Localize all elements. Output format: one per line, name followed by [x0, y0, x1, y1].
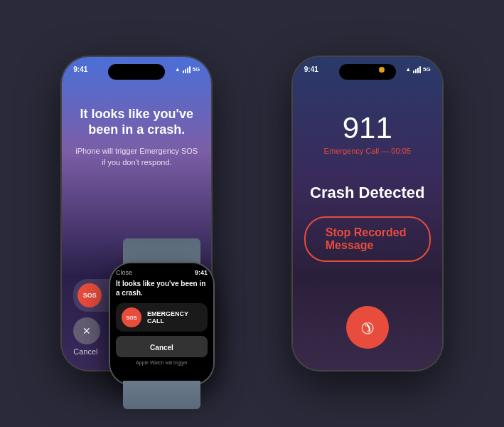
network-1: 5G [193, 66, 200, 73]
time-2: 9:41 [304, 65, 318, 73]
watch-container: Close 9:41 It looks like you've been in … [110, 263, 213, 384]
watch-message: It looks like you've been in a crash. [116, 279, 208, 297]
crash-title: It looks like you've been in a crash. [73, 107, 200, 137]
watch-footer: Apple Watch will trigger [116, 360, 208, 365]
signals-2: ▲ 5G [405, 66, 431, 73]
watch-screen: Close 9:41 It looks like you've been in … [110, 263, 213, 384]
watch-band-bottom [123, 381, 200, 409]
watch-sos-badge: SOS [122, 307, 141, 327]
phone-2: 9:41 ▲ 5G 911 Emergency Call — 00:05 Cra… [293, 57, 442, 370]
watch-cancel-btn[interactable]: Cancel [116, 336, 208, 357]
call-number: 911 [343, 111, 392, 145]
location-icon-1: ▲ [175, 66, 181, 73]
call-status: Emergency Call — 00:05 [324, 147, 411, 155]
watch-sos-line2: CALL [147, 317, 188, 325]
cancel-circle[interactable]: ✕ [73, 317, 100, 344]
signals-1: ▲ 5G [175, 66, 200, 73]
sos-badge-1: SOS [77, 283, 102, 307]
stop-message-button[interactable]: Stop Recorded Message [304, 216, 431, 262]
signal-bars-1 [183, 66, 191, 73]
watch-sos-row[interactable]: SOS EMERGENCY CALL [116, 303, 208, 332]
watch-sos-line1: EMERGENCY [147, 310, 188, 317]
watch-band-top [123, 238, 200, 267]
watch-cancel-text: Cancel [150, 344, 173, 352]
end-call-button[interactable]: ✆ [346, 306, 389, 349]
network-2: 5G [423, 66, 431, 73]
watch-close-label[interactable]: Close [116, 269, 132, 276]
scene: 9:41 ▲ 5G It looks like you've been in a… [0, 0, 504, 427]
phone-2-content: 911 Emergency Call — 00:05 Crash Detecte… [293, 93, 442, 370]
stop-message-text: Stop Recorded Message [326, 226, 407, 251]
crash-subtitle: iPhone will trigger Emergency SOS if you… [73, 146, 200, 168]
location-icon-2: ▲ [405, 66, 411, 73]
dynamic-island-2 [339, 64, 396, 80]
end-call-icon: ✆ [356, 316, 378, 338]
crash-detected-label: Crash Detected [310, 184, 424, 202]
watch-header: Close 9:41 [116, 269, 208, 276]
signal-bars-2 [413, 66, 421, 73]
dynamic-island-1 [108, 64, 165, 80]
cancel-text: Cancel [73, 347, 97, 356]
watch-time: 9:41 [195, 269, 208, 276]
apple-watch: Close 9:41 It looks like you've been in … [110, 263, 213, 384]
time-1: 9:41 [73, 65, 87, 73]
watch-sos-label: EMERGENCY CALL [147, 310, 188, 325]
